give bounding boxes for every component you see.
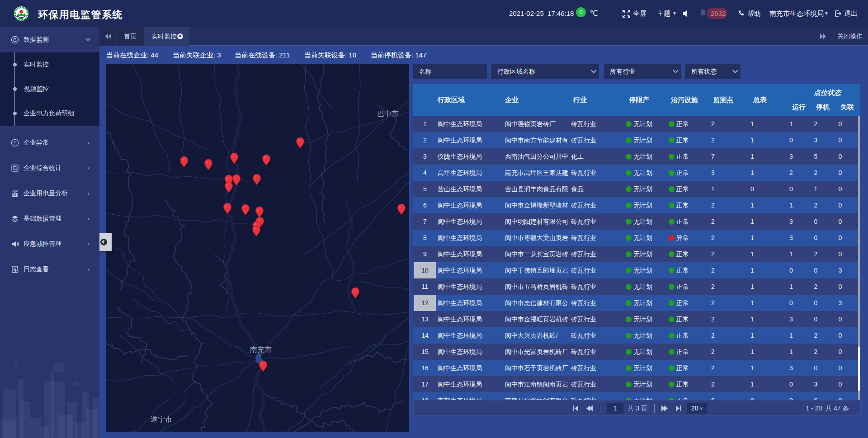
svg-text:巴中市: 巴中市 [377, 110, 399, 118]
svg-text:南充市: 南充市 [250, 346, 272, 353]
svg-text:遂宁市: 遂宁市 [151, 415, 172, 423]
